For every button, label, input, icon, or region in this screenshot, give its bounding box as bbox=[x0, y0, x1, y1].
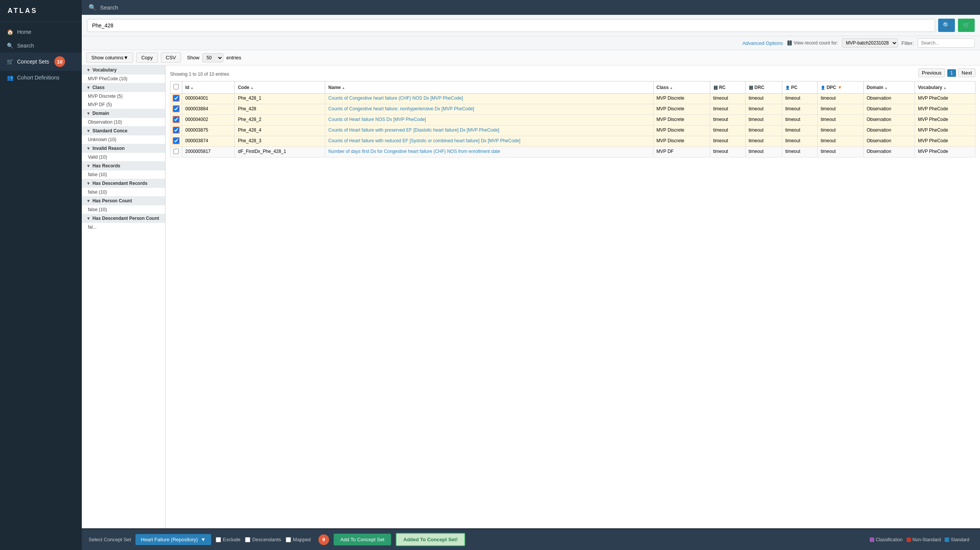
row-pc: timeout bbox=[782, 126, 818, 136]
row-dpc: timeout bbox=[818, 136, 864, 147]
descendants-checkbox[interactable] bbox=[245, 537, 250, 542]
copy-button[interactable]: Copy bbox=[136, 52, 158, 63]
row-checkbox[interactable] bbox=[173, 138, 179, 143]
sidebar-item-home[interactable]: 🏠 Home bbox=[0, 25, 82, 39]
filter-header-has-descendant-person-count[interactable]: ▼ Has Descendant Person Count bbox=[82, 214, 165, 223]
row-code: Phe_428_2 bbox=[235, 115, 325, 126]
col-vocabulary[interactable]: Vocabulary bbox=[915, 81, 975, 94]
row-dpc: timeout bbox=[818, 94, 864, 104]
csv-button[interactable]: CSV bbox=[161, 52, 181, 63]
filter-item[interactable]: false (10) bbox=[82, 205, 165, 214]
row-name[interactable]: Counts of Congestive heart failure; nonh… bbox=[325, 104, 653, 115]
row-checkbox-cell[interactable] bbox=[170, 136, 182, 147]
next-button[interactable]: Next bbox=[958, 68, 975, 77]
row-name[interactable]: Counts of Heart failure NOS Dx [MVP PheC… bbox=[325, 115, 653, 126]
search-input[interactable] bbox=[87, 19, 935, 32]
added-to-concept-set-button[interactable]: Added To Concept Set! bbox=[396, 533, 465, 546]
filter-header-has-records[interactable]: ▼ Has Records bbox=[82, 161, 165, 170]
legend-standard: Standard bbox=[945, 537, 969, 542]
col-id[interactable]: Id bbox=[182, 81, 235, 94]
results-table: Id Code Name Class 🗄️ RC 🗄️ DRC 👤 PC 👤 D… bbox=[170, 81, 975, 157]
row-drc: timeout bbox=[745, 147, 782, 157]
filter-item[interactable]: fal... bbox=[82, 223, 165, 231]
add-to-concept-set-button[interactable]: Add To Concept Set bbox=[334, 534, 391, 545]
filter-item[interactable]: Valid (10) bbox=[82, 153, 165, 161]
sidebar-item-cohort-definitions[interactable]: 👥 Cohort Definitions bbox=[0, 71, 82, 84]
row-vocabulary: MVP PheCode bbox=[915, 94, 975, 104]
row-name[interactable]: Number of days first Dx for Congestive h… bbox=[325, 147, 653, 157]
content-area: Show columns▼ Copy CSV Show 50 25 10 100… bbox=[82, 50, 980, 528]
show-columns-button[interactable]: Show columns▼ bbox=[86, 52, 133, 63]
row-rc: timeout bbox=[710, 104, 745, 115]
filter-header-class[interactable]: ▼ Class bbox=[82, 83, 165, 92]
sidebar-item-search[interactable]: 🔍 Search bbox=[0, 39, 82, 52]
filter-item[interactable]: false (10) bbox=[82, 188, 165, 196]
filter-item[interactable]: MVP Discrete (5) bbox=[82, 92, 165, 100]
filter-item[interactable]: Observation (10) bbox=[82, 118, 165, 126]
entries-select[interactable]: 50 25 10 100 bbox=[202, 53, 223, 62]
row-code: Phe_428 bbox=[235, 104, 325, 115]
table-row: 000003874 Phe_428_3 Counts of Heart fail… bbox=[170, 136, 975, 147]
row-vocabulary: MVP PheCode bbox=[915, 136, 975, 147]
row-rc: timeout bbox=[710, 136, 745, 147]
row-checkbox-cell[interactable] bbox=[170, 147, 182, 157]
row-checkbox[interactable] bbox=[173, 127, 179, 133]
row-checkbox[interactable] bbox=[173, 149, 179, 154]
row-pc: timeout bbox=[782, 94, 818, 104]
row-checkbox[interactable] bbox=[173, 106, 179, 111]
concept-set-arrow-icon: ▼ bbox=[201, 537, 206, 542]
toolbar: Show columns▼ Copy CSV Show 50 25 10 100… bbox=[82, 50, 980, 65]
exclude-checkbox[interactable] bbox=[216, 537, 221, 542]
mapped-label: Mapped bbox=[293, 537, 311, 542]
select-all-checkbox[interactable] bbox=[173, 84, 179, 89]
filter-item[interactable]: MVP PheCode (10) bbox=[82, 75, 165, 83]
row-class: MVP Discrete bbox=[653, 115, 710, 126]
sidebar-item-label-concept-sets: Concept Sets bbox=[17, 59, 49, 65]
previous-button[interactable]: Previous bbox=[918, 68, 945, 77]
table-row: 000003884 Phe_428 Counts of Congestive h… bbox=[170, 104, 975, 115]
row-dpc: timeout bbox=[818, 104, 864, 115]
mapped-checkbox[interactable] bbox=[286, 537, 291, 542]
row-checkbox-cell[interactable] bbox=[170, 104, 182, 115]
row-class: MVP Discrete bbox=[653, 126, 710, 136]
search-button[interactable]: 🔍 bbox=[938, 19, 955, 32]
sidebar-item-concept-sets[interactable]: 🛒 Concept Sets 10 bbox=[0, 52, 82, 71]
filter-header-has-descendant-records[interactable]: ▼ Has Descendant Records bbox=[82, 179, 165, 188]
filter-header-invalid-reason[interactable]: ▼ Invalid Reason bbox=[82, 144, 165, 153]
row-name[interactable]: Counts of Congestive heart failure (CHF)… bbox=[325, 94, 653, 104]
cart-button[interactable]: 🛒 bbox=[958, 19, 975, 32]
row-id: 000004001 bbox=[182, 94, 235, 104]
row-name[interactable]: Counts of Heart failure with reduced EF … bbox=[325, 136, 653, 147]
row-checkbox[interactable] bbox=[173, 95, 179, 101]
row-checkbox[interactable] bbox=[173, 117, 179, 122]
row-code: Phe_428_1 bbox=[235, 94, 325, 104]
col-domain[interactable]: Domain bbox=[863, 81, 915, 94]
row-vocabulary: MVP PheCode bbox=[915, 147, 975, 157]
record-count-select[interactable]: MVP-batch20231028 bbox=[842, 38, 898, 48]
filter-header-standard-conce[interactable]: ▼ Standard Conce bbox=[82, 126, 165, 135]
col-code[interactable]: Code bbox=[235, 81, 325, 94]
row-checkbox-cell[interactable] bbox=[170, 115, 182, 126]
col-name[interactable]: Name bbox=[325, 81, 653, 94]
row-checkbox-cell[interactable] bbox=[170, 126, 182, 136]
advanced-options-link[interactable]: Advanced Options bbox=[742, 40, 783, 46]
row-checkbox-cell[interactable] bbox=[170, 94, 182, 104]
table-area: Showing 1 to 10 of 10 entries Previous 1… bbox=[165, 65, 980, 528]
exclude-option: Exclude bbox=[216, 537, 240, 542]
concept-set-selector[interactable]: Heart Failure (Repository) ▼ bbox=[135, 534, 211, 545]
col-rc: 🗄️ RC bbox=[710, 81, 745, 94]
filter-header-vocabulary[interactable]: ▼ Vocabulary bbox=[82, 65, 165, 75]
table-row: 000003875 Phe_428_4 Counts of Heart fail… bbox=[170, 126, 975, 136]
row-name[interactable]: Counts of Heart failure with preserved E… bbox=[325, 126, 653, 136]
filter-header-has-person-count[interactable]: ▼ Has Person Count bbox=[82, 196, 165, 205]
classification-label: Classification bbox=[876, 537, 903, 542]
filter-header-domain[interactable]: ▼ Domain bbox=[82, 109, 165, 118]
filter-item[interactable]: MVP DF (5) bbox=[82, 100, 165, 109]
filter-input[interactable] bbox=[918, 38, 975, 48]
filter-item[interactable]: false (10) bbox=[82, 170, 165, 179]
sidebar-nav: 🏠 Home 🔍 Search 🛒 Concept Sets 10 👥 Coho… bbox=[0, 22, 82, 84]
filter-item[interactable]: Unknown (10) bbox=[82, 135, 165, 144]
row-id: 000004002 bbox=[182, 115, 235, 126]
row-drc: timeout bbox=[745, 104, 782, 115]
col-class[interactable]: Class bbox=[653, 81, 710, 94]
